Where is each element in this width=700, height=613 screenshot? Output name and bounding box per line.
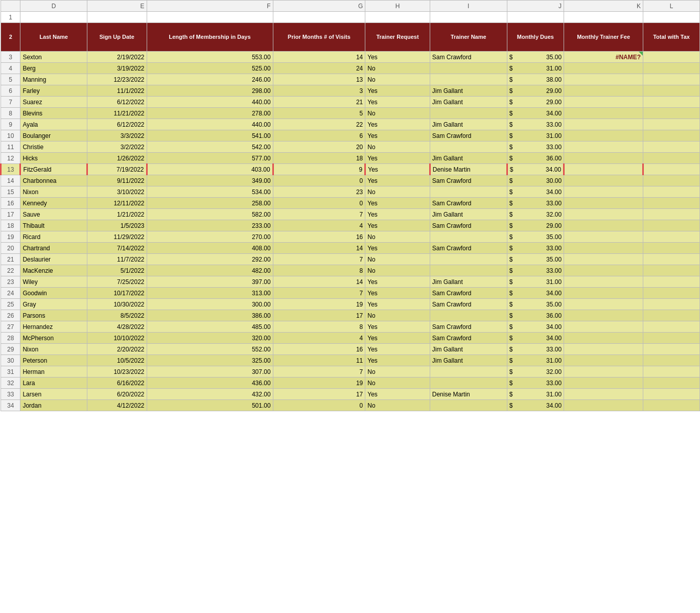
cell-membership-days[interactable]: 436.00	[147, 378, 273, 389]
cell-last-name[interactable]: Ricard	[20, 231, 87, 243]
cell-prior-visits[interactable]: 4	[273, 220, 365, 231]
cell-signup-date[interactable]: 6/12/2022	[87, 119, 147, 130]
cell-last-name[interactable]: Gray	[20, 299, 87, 310]
cell-monthly-dues[interactable]: $34.00	[507, 186, 564, 198]
cell-membership-days[interactable]: 485.00	[147, 321, 273, 333]
cell-trainer-name[interactable]	[430, 400, 507, 411]
cell-monthly-dues[interactable]: $31.00	[507, 389, 564, 400]
cell-monthly-trainer-fee[interactable]	[564, 265, 643, 276]
cell-prior-visits[interactable]: 13	[273, 74, 365, 85]
cell-monthly-dues[interactable]: $35.00	[507, 231, 564, 243]
cell-last-name[interactable]: FitzGerald	[20, 164, 87, 175]
cell-total-with-tax[interactable]	[643, 85, 700, 97]
cell-prior-visits[interactable]: 9	[273, 164, 365, 175]
cell-monthly-dues[interactable]: $33.00	[507, 119, 564, 130]
cell-trainer-name[interactable]: Sam Crawford	[430, 243, 507, 254]
cell-trainer-name[interactable]: Sam Crawford	[430, 333, 507, 344]
col-letter-E[interactable]: E	[87, 1, 147, 12]
cell-signup-date[interactable]: 5/1/2022	[87, 265, 147, 276]
cell-signup-date[interactable]: 1/26/2022	[87, 153, 147, 164]
cell-total-with-tax[interactable]	[643, 276, 700, 288]
cell-total-with-tax[interactable]	[643, 74, 700, 85]
cell-total-with-tax[interactable]	[643, 142, 700, 153]
cell-membership-days[interactable]: 482.00	[147, 265, 273, 276]
cell-signup-date[interactable]: 3/10/2022	[87, 186, 147, 198]
cell-monthly-dues[interactable]: $33.00	[507, 243, 564, 254]
cell-prior-visits[interactable]: 7	[273, 288, 365, 299]
cell-prior-visits[interactable]: 24	[273, 63, 365, 74]
cell-signup-date[interactable]: 3/19/2022	[87, 63, 147, 74]
cell-prior-visits[interactable]: 18	[273, 153, 365, 164]
cell-trainer-name[interactable]: Sam Crawford	[430, 175, 507, 186]
cell-trainer-name[interactable]	[430, 231, 507, 243]
cell-monthly-dues[interactable]: $31.00	[507, 63, 564, 74]
cell-prior-visits[interactable]: 0	[273, 175, 365, 186]
cell-last-name[interactable]: Christie	[20, 142, 87, 153]
cell-signup-date[interactable]: 10/10/2022	[87, 333, 147, 344]
cell-monthly-trainer-fee[interactable]	[564, 130, 643, 142]
cell-monthly-trainer-fee[interactable]	[564, 321, 643, 333]
cell-total-with-tax[interactable]	[643, 355, 700, 366]
cell-trainer-name[interactable]: Jim Gallant	[430, 85, 507, 97]
cell-trainer-name[interactable]	[430, 108, 507, 119]
cell-total-with-tax[interactable]	[643, 231, 700, 243]
cell-monthly-dues[interactable]: $32.00	[507, 209, 564, 220]
cell-total-with-tax[interactable]	[643, 153, 700, 164]
cell-prior-visits[interactable]: 21	[273, 97, 365, 108]
cell-trainer-request[interactable]: No	[365, 74, 430, 85]
cell-trainer-name[interactable]: Sam Crawford	[430, 198, 507, 209]
cell-membership-days[interactable]: 577.00	[147, 153, 273, 164]
cell-signup-date[interactable]: 2/20/2022	[87, 344, 147, 355]
cell-trainer-request[interactable]: No	[365, 108, 430, 119]
cell-prior-visits[interactable]: 14	[273, 52, 365, 63]
cell-trainer-name[interactable]: Sam Crawford	[430, 52, 507, 63]
cell-signup-date[interactable]: 6/20/2022	[87, 389, 147, 400]
cell-monthly-trainer-fee[interactable]	[564, 164, 643, 175]
cell-monthly-dues[interactable]: $34.00	[507, 321, 564, 333]
cell-monthly-dues[interactable]: $36.00	[507, 153, 564, 164]
cell-trainer-name[interactable]	[430, 63, 507, 74]
col-letter-F[interactable]: F	[147, 1, 273, 12]
cell-total-with-tax[interactable]	[643, 299, 700, 310]
cell-trainer-name[interactable]: Denise Martin	[430, 389, 507, 400]
cell-monthly-dues[interactable]: $35.00	[507, 254, 564, 265]
cell-last-name[interactable]: Ayala	[20, 119, 87, 130]
cell-monthly-trainer-fee[interactable]	[564, 209, 643, 220]
cell-prior-visits[interactable]: 19	[273, 378, 365, 389]
cell-last-name[interactable]: Sauve	[20, 209, 87, 220]
cell-trainer-request[interactable]: Yes	[365, 198, 430, 209]
cell-prior-visits[interactable]: 5	[273, 108, 365, 119]
cell-monthly-dues[interactable]: $34.00	[507, 400, 564, 411]
cell-monthly-dues[interactable]: $33.00	[507, 198, 564, 209]
cell-monthly-trainer-fee[interactable]	[564, 378, 643, 389]
cell-last-name[interactable]: Larsen	[20, 389, 87, 400]
cell-last-name[interactable]: Charbonnea	[20, 175, 87, 186]
cell-signup-date[interactable]: 11/7/2022	[87, 254, 147, 265]
cell-trainer-request[interactable]: Yes	[365, 130, 430, 142]
cell-trainer-name[interactable]: Sam Crawford	[430, 288, 507, 299]
cell-total-with-tax[interactable]	[643, 333, 700, 344]
cell-trainer-name[interactable]: Jim Gallant	[430, 119, 507, 130]
cell-monthly-trainer-fee[interactable]	[564, 366, 643, 378]
col-letter-K[interactable]: K	[564, 1, 643, 12]
cell-membership-days[interactable]: 440.00	[147, 119, 273, 130]
cell-last-name[interactable]: Wiley	[20, 276, 87, 288]
cell-total-with-tax[interactable]	[643, 119, 700, 130]
cell-last-name[interactable]: Hicks	[20, 153, 87, 164]
cell-total-with-tax[interactable]	[643, 344, 700, 355]
cell-last-name[interactable]: Boulanger	[20, 130, 87, 142]
cell-membership-days[interactable]: 292.00	[147, 254, 273, 265]
cell-trainer-request[interactable]: No	[365, 63, 430, 74]
cell-membership-days[interactable]: 552.00	[147, 344, 273, 355]
cell-last-name[interactable]: Goodwin	[20, 288, 87, 299]
cell-monthly-trainer-fee[interactable]	[564, 142, 643, 153]
cell-signup-date[interactable]: 1/21/2022	[87, 209, 147, 220]
cell-membership-days[interactable]: 386.00	[147, 310, 273, 321]
cell-monthly-trainer-fee[interactable]	[564, 85, 643, 97]
cell-monthly-trainer-fee[interactable]	[564, 355, 643, 366]
cell-total-with-tax[interactable]	[643, 265, 700, 276]
cell-last-name[interactable]: Sexton	[20, 52, 87, 63]
cell-trainer-name[interactable]	[430, 74, 507, 85]
cell-trainer-request[interactable]: Yes	[365, 220, 430, 231]
cell-prior-visits[interactable]: 7	[273, 254, 365, 265]
